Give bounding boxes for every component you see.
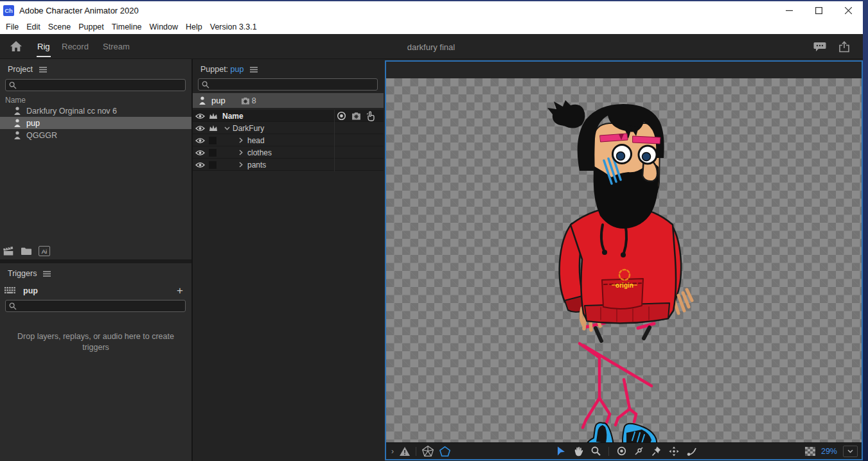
puppet-icon — [13, 119, 21, 127]
crown-placeholder[interactable] — [209, 159, 217, 171]
share-icon[interactable] — [838, 41, 850, 53]
window-title: Adobe Character Animator 2020 — [19, 6, 139, 15]
behaviors-badge-icon — [241, 97, 250, 105]
triggers-empty-hint: Drop layers, replays, or audio here to c… — [15, 331, 176, 353]
rig-stage-panel: origin — [385, 60, 863, 460]
stick-curve-tool-icon[interactable] — [687, 446, 697, 456]
crown-placeholder[interactable] — [209, 134, 217, 146]
tab-rig[interactable]: Rig — [37, 42, 50, 51]
puppet-root-row[interactable]: pup 8 — [193, 93, 384, 108]
transparency-grid-icon[interactable] — [805, 447, 815, 456]
pin-tool-icon[interactable] — [651, 446, 661, 457]
puppet-root-name: pup — [211, 96, 226, 105]
trigger-touch-column-icon — [366, 110, 375, 122]
menu-window[interactable]: Window — [150, 22, 178, 31]
hand-tool-icon[interactable] — [573, 446, 583, 457]
project-item-darkfury[interactable]: Darkfury Orginal cc nov 6 — [0, 105, 191, 117]
add-trigger-button[interactable]: + — [177, 284, 183, 297]
panel-menu-icon[interactable] — [43, 271, 51, 277]
stick-tool-icon[interactable] — [634, 446, 644, 456]
toolbar-divider — [416, 447, 416, 456]
app-logo-icon: Ch — [3, 5, 14, 16]
trigger-set-name: pup — [23, 286, 38, 295]
menu-puppet[interactable]: Puppet — [78, 22, 104, 31]
zoom-tool-icon[interactable] — [591, 446, 601, 456]
menu-edit[interactable]: Edit — [26, 22, 40, 31]
menu-scene[interactable]: Scene — [48, 22, 71, 31]
mesh-view-icon[interactable] — [422, 446, 434, 457]
visibility-toggle-icon[interactable] — [195, 159, 205, 171]
crown-icon[interactable] — [209, 122, 218, 134]
visibility-toggle-icon[interactable] — [195, 122, 205, 134]
tree-header-row: Name — [193, 110, 384, 122]
dragger-tool-icon[interactable] — [669, 446, 679, 457]
menu-version: Version 3.3.1 — [210, 22, 257, 31]
tree-name-header: Name — [222, 110, 244, 122]
zoom-level-dropdown[interactable] — [843, 446, 858, 457]
search-icon — [9, 82, 17, 89]
application-window: Ch Adobe Character Animator 2020 File Ed… — [0, 0, 863, 461]
puppet-name-link[interactable]: pup — [231, 65, 244, 74]
warning-icon[interactable] — [400, 447, 410, 456]
crown-placeholder[interactable] — [209, 146, 217, 159]
tab-stream[interactable]: Stream — [103, 42, 130, 51]
panel-menu-icon[interactable] — [250, 67, 258, 73]
triggers-search-input[interactable] — [5, 300, 186, 312]
selection-tool-icon[interactable] — [556, 446, 565, 457]
tree-row-clothes[interactable]: clothes — [193, 146, 384, 159]
tree-row-pants[interactable]: pants — [193, 159, 384, 171]
origin-handle-label[interactable]: origin — [616, 282, 633, 289]
search-icon — [9, 302, 17, 310]
menu-file[interactable]: File — [6, 22, 19, 31]
home-icon[interactable] — [10, 40, 22, 52]
project-panel-title: Project — [8, 65, 33, 74]
zoom-level-value[interactable]: 29% — [821, 447, 837, 456]
visibility-toggle-icon[interactable] — [195, 146, 205, 159]
tab-record[interactable]: Record — [62, 42, 89, 51]
illustrator-file-icon[interactable]: Ai — [39, 246, 50, 256]
desktop-edge-strip — [863, 0, 868, 461]
feedback-chat-icon[interactable] — [813, 42, 826, 53]
tree-row-head[interactable]: head — [193, 134, 384, 146]
expand-chevron-icon[interactable] — [239, 159, 243, 171]
stage-canvas[interactable]: origin — [386, 78, 862, 442]
expand-chevron-icon[interactable] — [239, 134, 243, 146]
minimize-button[interactable] — [774, 1, 804, 20]
menu-help[interactable]: Help — [186, 22, 202, 31]
outline-view-icon[interactable] — [439, 446, 450, 457]
stage-toolbar: › — [386, 442, 862, 459]
project-item-qgggr[interactable]: QGGGR — [0, 129, 191, 141]
close-button[interactable] — [833, 1, 863, 20]
behavior-count: 8 — [252, 96, 256, 105]
visibility-column-icon — [195, 110, 205, 122]
project-item-pup[interactable]: pup — [0, 117, 191, 129]
menubar: File Edit Scene Puppet Timeline Window H… — [0, 20, 863, 34]
tree-column-divider — [334, 110, 335, 171]
toolbar-divider — [608, 447, 609, 456]
triggers-panel-title: Triggers — [8, 269, 37, 278]
project-panel: Project Name Darkfury Orginal cc nov 6 p… — [0, 59, 191, 259]
visibility-toggle-icon[interactable] — [195, 134, 205, 146]
puppet-panel: Puppet: pup pup 8 — [193, 59, 384, 461]
new-folder-icon[interactable] — [21, 247, 31, 255]
puppet-panel-title: Puppet: pup — [200, 65, 244, 74]
document-title: darkfury final — [367, 42, 495, 52]
panel-menu-icon[interactable] — [39, 67, 47, 73]
window-controls — [774, 1, 863, 20]
project-search-input[interactable] — [5, 79, 186, 91]
new-scene-icon[interactable] — [3, 247, 14, 256]
maximize-button[interactable] — [804, 1, 833, 20]
puppet-character-artwork[interactable]: origin — [546, 99, 700, 452]
menu-timeline[interactable]: Timeline — [112, 22, 142, 31]
puppet-search-input[interactable] — [198, 78, 378, 91]
tree-row-darkfury[interactable]: DarkFury — [193, 122, 384, 134]
expand-chevron-icon[interactable] — [239, 146, 243, 159]
chevron-down-icon — [847, 449, 853, 453]
record-column-icon — [337, 110, 346, 122]
search-icon — [202, 81, 209, 89]
origin-tool-icon[interactable] — [617, 446, 626, 456]
collapse-chevron-icon[interactable] — [224, 122, 230, 134]
toolbar-expand-chevron-icon[interactable]: › — [391, 447, 394, 456]
titlebar: Ch Adobe Character Animator 2020 — [0, 1, 863, 20]
workspace-bar: Rig Record Stream darkfury final — [0, 34, 863, 59]
